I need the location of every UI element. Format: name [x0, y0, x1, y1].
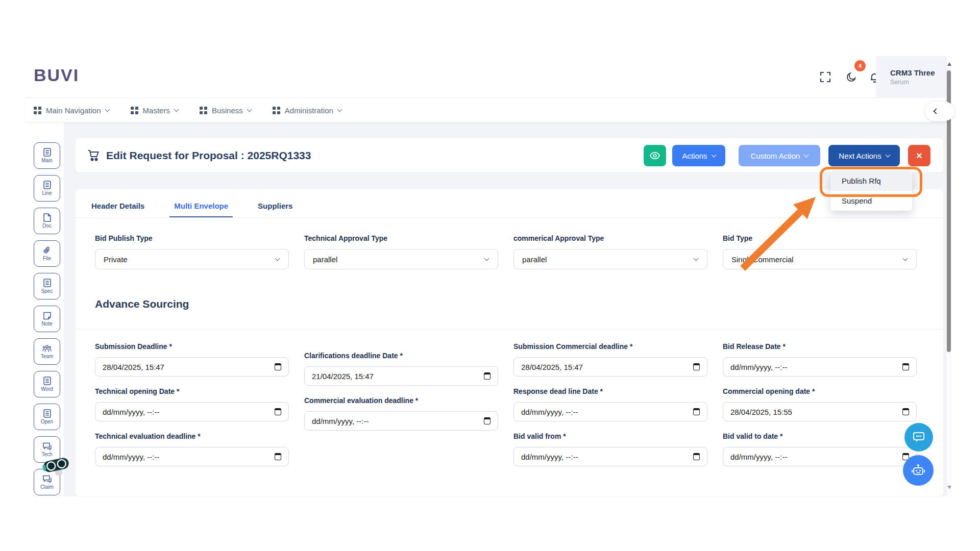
- rail-item-main[interactable]: Main: [34, 142, 60, 169]
- calendar-icon[interactable]: [902, 408, 909, 415]
- dark-mode-moon-icon[interactable]: [844, 69, 859, 85]
- technical-evaluation-deadline-input[interactable]: dd/mm/yyyy, --:--: [95, 447, 289, 466]
- sidebar-collapse-button[interactable]: [925, 102, 954, 121]
- user-role: Serum: [890, 79, 946, 86]
- rail-item-note[interactable]: Note: [34, 306, 60, 332]
- field-label: Commercial opening date *: [723, 387, 917, 395]
- chat-bubble-icon: [912, 431, 925, 443]
- response-dead-line-date-input[interactable]: dd/mm/yyyy, --:--: [513, 402, 707, 421]
- approval-select-row: Bid Publish Type Private Technical Appro…: [95, 234, 917, 269]
- bid-valid-to-date-input[interactable]: dd/mm/yyyy, --:--: [723, 447, 917, 466]
- rail-item-team[interactable]: Team: [34, 338, 60, 365]
- rail-item-label: Word: [41, 386, 53, 392]
- page-title-card: Edit Request for Proposal : 2025RQ1333 A…: [76, 138, 943, 172]
- commercial-opening-date-input[interactable]: 28/04/2025, 15:55: [723, 402, 917, 421]
- calendar-icon[interactable]: [693, 453, 700, 460]
- nav-item-administration[interactable]: Administration: [273, 106, 341, 115]
- calendar-icon[interactable]: [275, 363, 281, 370]
- field-bid-publish-type: Bid Publish Type Private: [95, 234, 289, 269]
- chevron-down-icon: [337, 107, 342, 112]
- date-column-2: Clarifications deadline Date * 21/04/202…: [304, 352, 498, 441]
- menu-item-suspend[interactable]: Suspend: [830, 191, 912, 211]
- scrollbar-up-arrow[interactable]: [947, 62, 951, 66]
- rail-item-label: Team: [41, 354, 53, 359]
- date-value: dd/mm/yyyy, --:--: [103, 408, 159, 416]
- rail-item-file[interactable]: File: [34, 240, 60, 267]
- next-actions-button[interactable]: Next Actions: [828, 145, 900, 166]
- section-title: Advance Sourcing: [95, 298, 189, 310]
- field-label: Commercial evaluation deadline *: [304, 396, 498, 405]
- calendar-icon[interactable]: [484, 372, 491, 380]
- date-value: dd/mm/yyyy, --:--: [312, 417, 369, 425]
- eye-icon: [650, 152, 660, 160]
- rail-item-line[interactable]: Line: [34, 175, 60, 202]
- section-divider: [76, 329, 943, 330]
- calendar-icon[interactable]: [693, 408, 700, 415]
- menu-item-publish-rfq[interactable]: Publish Rfq: [830, 171, 912, 191]
- select-value: parallel: [522, 255, 547, 264]
- commercial-evaluation-deadline-input[interactable]: dd/mm/yyyy, --:--: [304, 411, 498, 431]
- tab-suppliers[interactable]: Suppliers: [253, 202, 297, 218]
- select-value: SingleCommercial: [731, 255, 794, 264]
- tab-header-details[interactable]: Header Details: [87, 202, 149, 218]
- calendar-icon[interactable]: [275, 453, 281, 460]
- bid-type-select[interactable]: SingleCommercial: [723, 249, 917, 269]
- nav-item-main-navigation[interactable]: Main Navigation: [34, 106, 109, 115]
- close-button[interactable]: ✕: [908, 145, 930, 166]
- field-label: Clarifications deadline Date *: [304, 352, 498, 360]
- submission-commercial-deadline-input[interactable]: 28/04/2025, 15:47: [513, 357, 707, 377]
- rail-item-open[interactable]: Open: [34, 404, 60, 430]
- date-column-3: Submission Commercial deadline * 28/04/2…: [513, 342, 707, 477]
- calendar-icon[interactable]: [275, 408, 281, 415]
- chat-fab-button[interactable]: [904, 423, 933, 452]
- technical-approval-type-select[interactable]: parallel: [304, 249, 498, 269]
- app-viewport: BUVI 4 CRM3 Three Serum M: [0, 0, 980, 551]
- bid-release-date-input[interactable]: dd/mm/yyyy, --:--: [723, 357, 917, 377]
- rail-item-spec[interactable]: Spec: [34, 273, 60, 299]
- left-icon-rail: Main Line Doc File Spec Note Team Word: [25, 122, 64, 496]
- calendar-icon[interactable]: [902, 363, 909, 370]
- date-value: dd/mm/yyyy, --:--: [521, 453, 578, 461]
- document-icon: [43, 377, 51, 385]
- actions-button[interactable]: Actions: [672, 145, 725, 166]
- calendar-icon[interactable]: [693, 363, 700, 370]
- rail-item-word[interactable]: Word: [34, 371, 60, 397]
- rail-item-label: Line: [42, 190, 52, 196]
- user-panel[interactable]: CRM3 Three Serum: [876, 56, 946, 98]
- field-submission-deadline: Submission Deadline * 28/04/2025, 15:47: [95, 342, 289, 377]
- custom-action-button[interactable]: Custom Action: [739, 145, 820, 166]
- bid-publish-type-select[interactable]: Private: [95, 249, 289, 269]
- preview-eye-button[interactable]: [644, 145, 666, 166]
- nav-item-label: Business: [212, 106, 243, 115]
- calendar-icon[interactable]: [484, 417, 491, 424]
- field-commercial-opening-date: Commercial opening date * 28/04/2025, 15…: [723, 387, 917, 421]
- assistant-robot-fab-button[interactable]: [903, 455, 934, 486]
- grid-icon: [131, 107, 138, 114]
- rail-item-label: Open: [41, 419, 53, 424]
- field-label: Response dead line Date *: [513, 387, 707, 395]
- submission-deadline-input[interactable]: 28/04/2025, 15:47: [95, 357, 289, 377]
- nav-item-label: Administration: [285, 106, 333, 115]
- close-icon: ✕: [916, 151, 922, 161]
- date-value: dd/mm/yyyy, --:--: [730, 453, 787, 461]
- nav-item-masters[interactable]: Masters: [131, 106, 178, 115]
- nav-item-label: Main Navigation: [46, 106, 101, 115]
- field-label: Technical opening Date *: [95, 387, 289, 395]
- tab-divider: [76, 217, 943, 218]
- grid-icon: [34, 107, 41, 114]
- fullscreen-icon[interactable]: [818, 69, 833, 85]
- field-commercial-approval-type: commerical Approval Type parallel: [513, 234, 707, 269]
- rail-item-label: Tech: [41, 452, 52, 457]
- bid-valid-from-input[interactable]: dd/mm/yyyy, --:--: [513, 447, 707, 466]
- technical-opening-date-input[interactable]: dd/mm/yyyy, --:--: [95, 402, 289, 421]
- field-label: Technical evaluation deadline *: [95, 432, 289, 440]
- select-value: Private: [104, 255, 128, 264]
- actions-button-label: Actions: [682, 152, 707, 160]
- scrollbar-down-arrow[interactable]: [947, 486, 951, 489]
- rail-item-label: File: [43, 256, 51, 261]
- clarifications-deadline-date-input[interactable]: 21/04/2025, 15:47: [304, 366, 498, 386]
- nav-item-business[interactable]: Business: [200, 106, 251, 115]
- rail-item-doc[interactable]: Doc: [34, 208, 60, 234]
- tab-multi-envelope[interactable]: Multi Envelope: [169, 202, 233, 218]
- commercial-approval-type-select[interactable]: parallel: [513, 249, 707, 269]
